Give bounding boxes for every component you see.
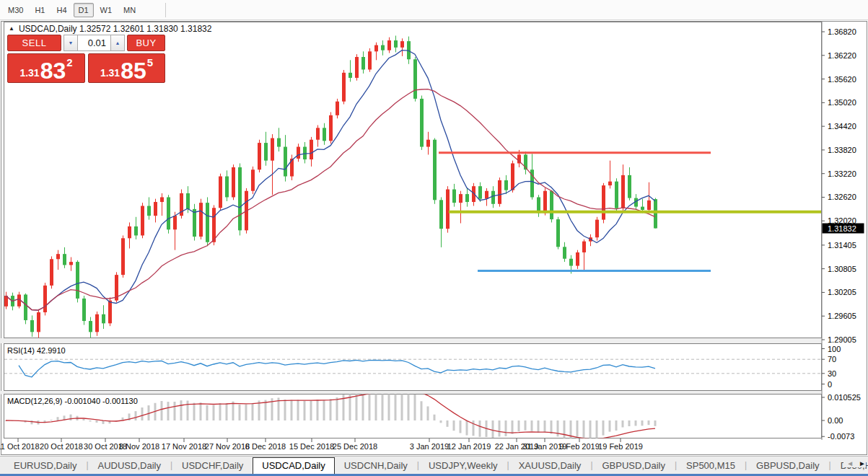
tab-sp500-m15[interactable]: SP500,M15: [677, 458, 745, 473]
tabbar-scroll-arrows: ◄ ►: [843, 459, 866, 467]
svg-text:6 Dec 2018: 6 Dec 2018: [245, 442, 286, 451]
svg-text:0: 0: [828, 380, 832, 389]
svg-text:12 Jan 2019: 12 Jan 2019: [447, 442, 491, 451]
svg-text:27 Nov 2018: 27 Nov 2018: [205, 442, 250, 451]
svg-text:1.36820: 1.36820: [828, 27, 856, 36]
buy-price-display[interactable]: 1.31855: [88, 53, 165, 83]
one-click-trading-panel: SELL ▼ ▲ BUY 1.31832 1.31855: [7, 35, 165, 83]
svg-text:15 Dec 2018: 15 Dec 2018: [289, 442, 334, 451]
svg-text:1.35620: 1.35620: [828, 75, 856, 84]
timeframe-button-m30[interactable]: M30: [3, 3, 28, 17]
trade-controls-row: SELL ▼ ▲ BUY: [7, 35, 165, 51]
macd-label: MACD(12,26,9) -0.001040 -0.001130: [7, 397, 138, 405]
svg-text:1.30205: 1.30205: [828, 288, 856, 296]
spinner-down-icon: ▼: [69, 40, 74, 45]
svg-text:19 Feb 2019: 19 Feb 2019: [598, 442, 643, 451]
chart-tabbar: EURUSD,Daily|AUDUSD,Daily|USDCHF,DailyUS…: [0, 456, 868, 474]
volume-input[interactable]: [78, 35, 110, 51]
svg-text:1.31405: 1.31405: [828, 241, 856, 250]
buy-price-sup: 5: [147, 56, 153, 69]
tab-usdcnh-daily[interactable]: USDCNH,Daily: [335, 458, 417, 473]
timeframe-button-d1[interactable]: D1: [74, 3, 94, 17]
timeframe-button-mn[interactable]: MN: [118, 3, 141, 17]
svg-text:11 Oct 2018: 11 Oct 2018: [0, 442, 40, 451]
spinner-up-icon: ▲: [115, 40, 120, 45]
sell-price-sup: 2: [66, 56, 72, 69]
tab-scroll-right-icon[interactable]: ►: [859, 459, 866, 467]
sell-price-prefix: 1.31: [19, 67, 39, 79]
svg-text:-0.0073: -0.0073: [828, 432, 854, 441]
timeframe-button-w1[interactable]: W1: [95, 3, 118, 17]
svg-text:1.29605: 1.29605: [828, 312, 856, 320]
sell-price-display[interactable]: 1.31832: [7, 53, 85, 83]
svg-text:1.34420: 1.34420: [828, 122, 856, 131]
svg-text:1.29005: 1.29005: [828, 335, 856, 344]
tab-xauusd-daily[interactable]: XAUUSD,Daily: [509, 458, 591, 473]
chart-symbol-ohlc-line: ▲ USDCAD,Daily 1.32572 1.32601 1.31830 1…: [9, 24, 211, 34]
tab-eurusd-daily[interactable]: EURUSD,Daily: [4, 458, 86, 473]
svg-text:0.00: 0.00: [828, 416, 843, 425]
svg-text:30: 30: [828, 369, 836, 378]
timeframe-button-h4[interactable]: H4: [51, 3, 71, 17]
buy-price-prefix: 1.31: [100, 67, 120, 79]
svg-text:0.010525: 0.010525: [828, 393, 861, 402]
svg-text:20 Oct 2018: 20 Oct 2018: [40, 442, 83, 451]
svg-text:1.30805: 1.30805: [828, 265, 856, 273]
tab-scroll-left-icon[interactable]: ◄: [846, 459, 854, 467]
tab-audusd-daily[interactable]: AUDUSD,Daily: [89, 458, 170, 473]
svg-text:1.31832: 1.31832: [828, 224, 856, 233]
buy-price-big: 85: [120, 61, 146, 80]
svg-text:1.33820: 1.33820: [828, 146, 856, 154]
tab-gbpusd-daily[interactable]: GBPUSD,Daily: [593, 458, 675, 473]
svg-text:8 Nov 2018: 8 Nov 2018: [119, 442, 159, 451]
svg-text:9 Feb 2019: 9 Feb 2019: [559, 442, 600, 451]
svg-text:100: 100: [828, 345, 841, 353]
volume-decrease-button[interactable]: ▼: [63, 35, 78, 51]
sell-price-big: 83: [40, 61, 66, 80]
tab-gbpusd-daily[interactable]: GBPUSD,Daily: [747, 458, 828, 473]
svg-text:70: 70: [828, 355, 836, 363]
volume-increase-button[interactable]: ▲: [110, 35, 125, 51]
rsi-label: RSI(14) 42.9910: [7, 346, 66, 355]
buy-button[interactable]: BUY: [127, 35, 165, 51]
svg-text:1.35020: 1.35020: [828, 98, 856, 107]
svg-text:1.33220: 1.33220: [828, 169, 856, 178]
toolbar-separator: [165, 3, 166, 17]
collapse-panel-icon[interactable]: ▲: [9, 26, 14, 32]
svg-text:25 Dec 2018: 25 Dec 2018: [333, 442, 377, 451]
svg-text:3 Jan 2019: 3 Jan 2019: [410, 442, 449, 451]
svg-text:1.36220: 1.36220: [828, 51, 856, 60]
rsi-panel: [4, 344, 822, 391]
svg-text:1.32620: 1.32620: [828, 193, 856, 201]
sell-button[interactable]: SELL: [7, 35, 61, 51]
ohlc-text: USDCAD,Daily 1.32572 1.32601 1.31830 1.3…: [19, 24, 212, 34]
tab-usdjpy-weekly[interactable]: USDJPY,Weekly: [419, 458, 507, 473]
trade-prices-row: 1.31832 1.31855: [7, 53, 165, 83]
tab-usdcad-daily[interactable]: USDCAD,Daily: [253, 457, 334, 475]
svg-text:17 Nov 2018: 17 Nov 2018: [162, 442, 206, 451]
timeframe-toolbar: M30H1H4D1W1MN: [0, 0, 868, 20]
tab-usdchf-daily[interactable]: USDCHF,Daily: [172, 458, 253, 473]
timeframe-button-h1[interactable]: H1: [30, 3, 50, 17]
